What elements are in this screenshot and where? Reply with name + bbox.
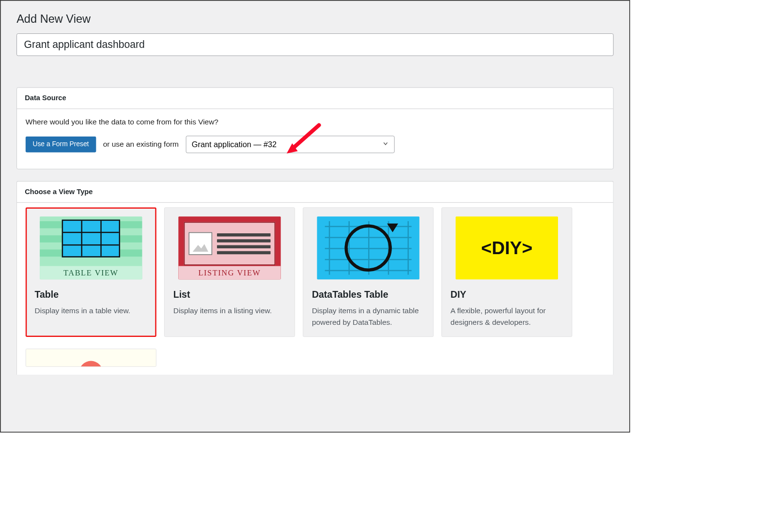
view-title-input[interactable] <box>16 33 614 56</box>
map-pin-icon <box>79 361 103 367</box>
card-desc: Display items in a dynamic table powered… <box>312 305 425 328</box>
card-title: DIY <box>450 289 563 300</box>
card-desc: A flexible, powerful layout for designer… <box>450 305 563 328</box>
annotation-arrow-icon <box>284 123 324 160</box>
card-desc: Display items in a table view. <box>35 305 148 317</box>
view-type-grid: TABLE VIEW Table Display items in a tabl… <box>17 203 613 349</box>
card-title: List <box>173 289 286 300</box>
card-desc: Display items in a listing view. <box>173 305 286 317</box>
view-type-panel-title: Choose a View Type <box>17 182 613 203</box>
view-type-panel: Choose a View Type TABLE VIEW Table Disp… <box>16 181 614 375</box>
diy-text: <DIY> <box>481 237 532 258</box>
data-source-or-text: or use an existing form <box>103 140 179 149</box>
datatables-thumb-icon <box>317 216 419 279</box>
listing-view-thumb-icon: LISTING VIEW <box>178 216 280 279</box>
view-type-grid-row2 <box>17 349 613 375</box>
view-title-wrap <box>16 33 614 56</box>
table-view-thumb-icon: TABLE VIEW <box>40 216 142 279</box>
card-title: DataTables Table <box>312 289 425 300</box>
refresh-icon <box>344 224 392 272</box>
thumb-caption: TABLE VIEW <box>40 266 142 280</box>
page-title: Add New View <box>1 1 630 33</box>
view-type-card-datatables[interactable]: DataTables Table Display items in a dyna… <box>303 207 434 336</box>
thumb-caption: LISTING VIEW <box>178 266 280 280</box>
view-type-card-diy[interactable]: <DIY> DIY A flexible, powerful layout fo… <box>441 207 572 336</box>
diy-thumb-icon: <DIY> <box>456 216 558 279</box>
view-type-card-table[interactable]: TABLE VIEW Table Display items in a tabl… <box>26 207 156 336</box>
card-title: Table <box>35 289 148 300</box>
view-type-card-map[interactable] <box>26 349 156 366</box>
data-source-panel-title: Data Source <box>17 88 613 109</box>
use-form-preset-button[interactable]: Use a Form Preset <box>26 137 96 152</box>
view-type-card-list[interactable]: LISTING VIEW List Display items in a lis… <box>164 207 295 336</box>
